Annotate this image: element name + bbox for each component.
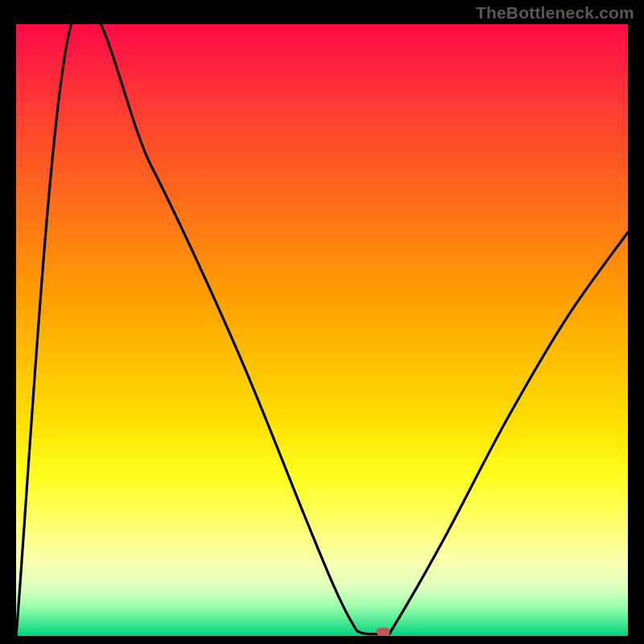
watermark-text: TheBottleneck.com <box>476 3 634 23</box>
min-marker <box>377 628 390 636</box>
chart-frame <box>16 24 628 636</box>
curve-path <box>16 24 628 636</box>
bottleneck-curve <box>16 24 628 636</box>
